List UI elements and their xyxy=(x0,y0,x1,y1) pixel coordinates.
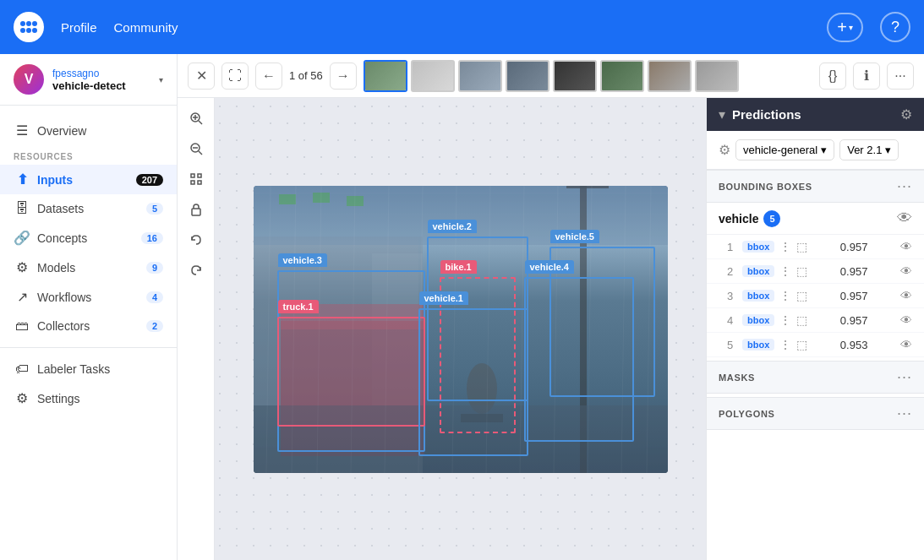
close-button[interactable]: ✕ xyxy=(188,63,215,90)
more-button[interactable]: ··· xyxy=(887,63,914,90)
bbox-num-4: 4 xyxy=(727,314,737,327)
sidebar-item-collectors[interactable]: 🗃 Collectors 2 xyxy=(0,312,177,340)
bbox-options-5[interactable]: ⋮ xyxy=(779,338,791,351)
zoom-out-tool[interactable] xyxy=(183,135,210,162)
masks-section-header: MASKS ··· xyxy=(707,361,924,394)
sidebar-user[interactable]: V fpessagno vehicle-detect ▾ xyxy=(0,54,177,106)
fit-tool[interactable] xyxy=(183,166,210,193)
datasets-icon: 🗄 xyxy=(14,201,30,216)
bbox-eye-1[interactable]: 👁 xyxy=(900,240,912,253)
inputs-badge: 207 xyxy=(136,174,163,186)
svg-point-5 xyxy=(32,28,37,33)
nav-help-button[interactable]: ? xyxy=(880,12,910,42)
nav-profile[interactable]: Profile xyxy=(61,20,97,35)
top-nav: Profile Community + ▾ ? xyxy=(0,0,924,54)
bbox-eye-4[interactable]: 👁 xyxy=(900,313,912,327)
sidebar-item-models[interactable]: ⚙ Models 9 xyxy=(0,253,177,282)
code-button[interactable]: {} xyxy=(819,63,846,90)
info-icon: ℹ xyxy=(864,68,869,84)
thumbnail-6[interactable] xyxy=(600,60,644,92)
concepts-icon: 🔗 xyxy=(14,230,30,246)
bounding-boxes-more[interactable]: ··· xyxy=(897,177,912,195)
detection-image: vehicle.3 truck.1 vehicle.2 bike.1 xyxy=(254,186,668,473)
bbox-vehicle1: vehicle.1 xyxy=(418,308,528,456)
settings-gear-icon[interactable]: ⚙ xyxy=(900,106,912,122)
bbox-num-2: 2 xyxy=(727,265,737,278)
next-button[interactable]: → xyxy=(330,63,357,90)
model-icon: ⚙ xyxy=(719,142,730,158)
right-panel: ▾ Predictions ⚙ ⚙ vehicle-general ▾ Ver … xyxy=(706,98,924,560)
masks-more[interactable]: ··· xyxy=(897,368,912,386)
bbox-row-2: 2 bbox ⋮ ⬚ 0.957 👁 xyxy=(707,259,924,284)
bbox-num-5: 5 xyxy=(727,339,737,351)
svg-point-4 xyxy=(26,28,31,33)
bbox-score-5: 0.953 xyxy=(840,339,868,351)
datasets-badge: 5 xyxy=(146,203,163,215)
svg-line-7 xyxy=(199,121,202,124)
zoom-in-tool[interactable] xyxy=(183,105,210,132)
logo-icon[interactable] xyxy=(14,12,44,42)
bbox-options-1[interactable]: ⋮ xyxy=(779,240,791,253)
image-canvas[interactable]: vehicle.3 truck.1 vehicle.2 bike.1 xyxy=(215,98,706,560)
thumbnail-4[interactable] xyxy=(506,60,549,92)
image-area: vehicle.3 truck.1 vehicle.2 bike.1 xyxy=(178,98,706,560)
bbox-screen-2[interactable]: ⬚ xyxy=(796,264,807,278)
thumbnail-2[interactable] xyxy=(411,60,455,92)
thumbnail-7[interactable] xyxy=(648,60,692,92)
sidebar: V fpessagno vehicle-detect ▾ ☰ Overview … xyxy=(0,54,178,560)
info-button[interactable]: ℹ xyxy=(853,63,880,90)
models-icon: ⚙ xyxy=(14,259,30,275)
undo-tool[interactable] xyxy=(183,226,210,253)
thumbnail-3[interactable] xyxy=(458,60,502,92)
sidebar-item-labeler-tasks[interactable]: 🏷 Labeler Tasks xyxy=(0,355,177,383)
bbox-screen-3[interactable]: ⬚ xyxy=(796,289,807,302)
sidebar-item-workflows[interactable]: ↗ Workflows 4 xyxy=(0,282,177,312)
sidebar-item-inputs[interactable]: ⬆ Inputs 207 xyxy=(0,165,177,194)
collapse-icon[interactable]: ▾ xyxy=(719,106,725,122)
concepts-badge: 16 xyxy=(141,232,163,244)
redo-tool[interactable] xyxy=(183,257,210,284)
sidebar-item-overview[interactable]: ☰ Overview xyxy=(0,116,177,145)
sidebar-nav: ☰ Overview RESOURCES ⬆ Inputs 207 🗄 Data… xyxy=(0,106,177,560)
left-tools xyxy=(178,98,215,560)
main-content: vehicle.3 truck.1 vehicle.2 bike.1 xyxy=(178,98,924,560)
bbox-truck1: truck.1 xyxy=(277,317,425,427)
model-select-dropdown[interactable]: vehicle-general ▾ xyxy=(735,139,834,160)
nav-add-button[interactable]: + ▾ xyxy=(827,13,863,42)
bbox-eye-3[interactable]: 👁 xyxy=(900,289,912,302)
thumbnail-8[interactable] xyxy=(695,60,739,92)
bbox-row-1: 1 bbox ⋮ ⬚ 0.957 👁 xyxy=(707,235,924,259)
svg-rect-22 xyxy=(279,194,296,204)
polygons-more[interactable]: ··· xyxy=(897,405,912,422)
model-dropdown-icon: ▾ xyxy=(821,144,827,156)
bbox-eye-5[interactable]: 👁 xyxy=(900,338,912,351)
bbox-options-4[interactable]: ⋮ xyxy=(779,313,791,327)
svg-point-1 xyxy=(26,21,31,26)
bbox-screen-1[interactable]: ⬚ xyxy=(796,240,807,253)
expand-button[interactable]: ⛶ xyxy=(221,63,249,90)
nav-community[interactable]: Community xyxy=(114,20,178,35)
svg-rect-14 xyxy=(198,174,201,177)
polygons-title: POLYGONS xyxy=(719,409,897,419)
overview-icon: ☰ xyxy=(14,122,30,139)
lock-tool[interactable] xyxy=(183,196,210,223)
thumbnail-1[interactable] xyxy=(364,60,407,92)
ver-dropdown-icon: ▾ xyxy=(885,144,891,156)
vehicle-category-row: vehicle 5 👁 xyxy=(707,203,924,235)
prev-button[interactable]: ← xyxy=(255,63,282,90)
bbox-screen-5[interactable]: ⬚ xyxy=(796,338,807,351)
vehicle-visibility-toggle[interactable]: 👁 xyxy=(897,209,912,227)
vehicle-count-badge: 5 xyxy=(763,210,780,227)
bbox-eye-2[interactable]: 👁 xyxy=(900,264,912,278)
toolbar: ✕ ⛶ ← 1 of 56 → xyxy=(178,54,924,98)
bbox-options-2[interactable]: ⋮ xyxy=(779,264,791,278)
bbox-screen-4[interactable]: ⬚ xyxy=(796,313,807,327)
sidebar-item-datasets[interactable]: 🗄 Datasets 5 xyxy=(0,194,177,223)
sidebar-item-settings[interactable]: ⚙ Settings xyxy=(0,383,177,413)
bbox-tag-5: bbox xyxy=(742,339,774,351)
thumbnail-5[interactable] xyxy=(553,60,597,92)
sidebar-item-concepts[interactable]: 🔗 Concepts 16 xyxy=(0,223,177,253)
version-select-dropdown[interactable]: Ver 2.1 ▾ xyxy=(839,139,899,160)
nav-counter: 1 of 56 xyxy=(289,69,323,82)
bbox-options-3[interactable]: ⋮ xyxy=(779,289,791,302)
